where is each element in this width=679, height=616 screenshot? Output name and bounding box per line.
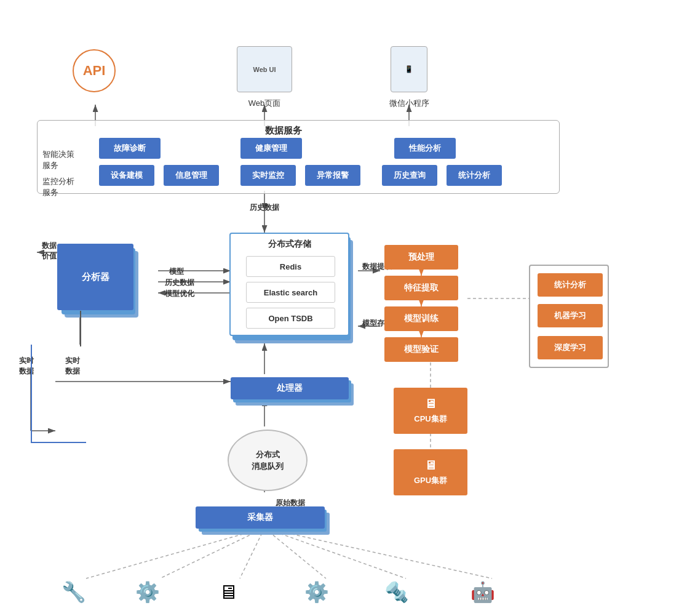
collector-box: 采集器 <box>196 506 325 529</box>
cpu-cluster-box: 🖥 CPU集群 <box>394 388 467 434</box>
svg-line-30 <box>264 528 492 578</box>
history-data-label: 历史数据 <box>240 202 289 213</box>
openTSDB-box: Open TSDB <box>246 308 335 329</box>
device-icon-1: 🔧 <box>62 580 86 604</box>
processor-box: 处理器 <box>231 377 349 399</box>
gpu-icon: 🖥 <box>424 458 437 473</box>
monitor-analysis-label: 监控分析 服务 <box>42 165 74 199</box>
device-icon-6: 🤖 <box>471 580 495 604</box>
dist-queue-box: 分布式 消息队列 <box>228 430 308 491</box>
svg-line-28 <box>264 528 326 578</box>
stat-analysis-box: 统计分析 <box>538 273 603 297</box>
svg-line-25 <box>86 528 264 578</box>
data-service-title: 数据服务 <box>222 124 345 137</box>
elastic-box: Elastic search <box>246 282 335 303</box>
deep-learn-box: 深度学习 <box>538 336 603 359</box>
api-icon: API <box>73 49 116 92</box>
redis-box: Redis <box>246 256 335 277</box>
device-icon-2: ⚙️ <box>135 580 160 604</box>
ml-container: 统计分析 机器学习 深度学习 <box>529 265 609 368</box>
svg-line-26 <box>160 528 264 578</box>
realtime-monitor-box: 实时监控 <box>240 165 296 186</box>
diagram: API Web UI 📱 Web页面 微信小程序 数据服务 智能决策 服务 监控… <box>0 0 679 616</box>
wechat-label: 微信小程序 <box>378 97 440 110</box>
realtime-data-label2: 实时 数据 <box>63 342 82 391</box>
device-model-box: 设备建模 <box>99 165 154 186</box>
server-icon: 🖥 <box>424 397 437 411</box>
history-data-label2: 历史数据 <box>161 277 198 288</box>
svg-line-29 <box>264 528 406 578</box>
model-train-box: 模型训练 <box>384 306 458 331</box>
dist-storage-title: 分布式存储 <box>231 237 348 252</box>
realtime-left-line <box>31 345 32 443</box>
stat-analysis2-box: 统计分析 <box>447 165 502 186</box>
realtime2-line <box>80 311 81 346</box>
analyzer-box: 分析器 <box>57 244 133 310</box>
device-icon-4: ⚙️ <box>304 580 329 604</box>
fault-diag-box: 故障诊断 <box>99 138 161 159</box>
perf-analysis-box: 性能分析 <box>394 138 456 159</box>
top-section: 数据服务 智能决策 服务 监控分析 服务 故障诊断 健康管理 性能分析 设备建模… <box>37 120 560 194</box>
distributed-storage-container: 分布式存储 Redis Elastic search Open TSDB <box>229 233 349 336</box>
realtime-bottom-line <box>31 442 86 443</box>
svg-line-27 <box>240 528 264 578</box>
gpu-cluster-box: 🖥 GPU集群 <box>394 449 467 495</box>
anomaly-alert-box: 异常报警 <box>305 165 360 186</box>
model-label: 模型 <box>161 266 192 277</box>
web-page-image: Web UI <box>237 46 292 92</box>
model-optimize-label: 模型优化 <box>161 288 198 299</box>
model-verify-box: 模型验证 <box>384 337 458 362</box>
info-mgmt-box: 信息管理 <box>164 165 219 186</box>
health-mgmt-box: 健康管理 <box>240 138 302 159</box>
web-label: Web页面 <box>237 97 292 110</box>
wechat-image: 📱 <box>391 46 427 92</box>
device-icon-5: 🔩 <box>384 580 409 604</box>
history-query-box: 历史查询 <box>382 165 437 186</box>
realtime-data-label1: 实时 数据 <box>17 342 36 391</box>
device-icon-3: 🖥 <box>218 581 238 604</box>
feature-extract-box: 特征提取 <box>384 276 458 300</box>
machine-learn-box: 机器学习 <box>538 304 603 327</box>
preprocessor-box: 预处理 <box>384 245 458 270</box>
